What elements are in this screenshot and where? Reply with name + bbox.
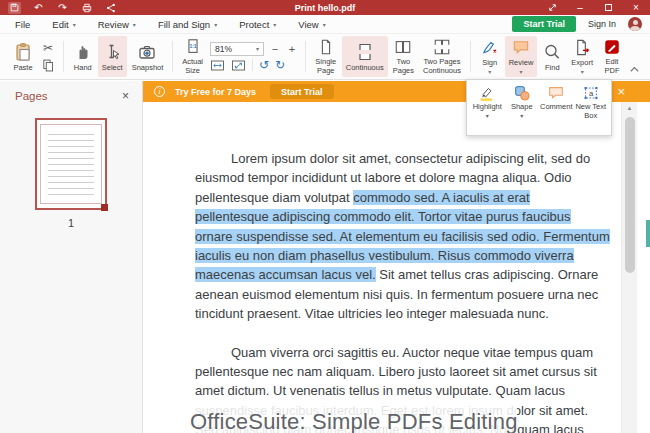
hand-tool-button[interactable]: Hand [69,36,97,77]
continuous-button[interactable]: Continuous [342,36,388,77]
review-menu-label: Comment [540,103,573,112]
resize-window-icon[interactable] [546,2,558,14]
close-banner-icon[interactable]: × [617,85,639,98]
minimize-icon[interactable]: – [574,2,586,14]
two-pages-continuous-icon [432,38,452,56]
titlebar: ↶ ↷ Print hello.pdf – × [0,0,650,15]
save-icon[interactable] [8,2,21,14]
close-sidebar-icon[interactable]: × [122,90,129,102]
text-line: aenean euismod elementum nisi quis. In f… [195,285,610,304]
vertical-scrollbar[interactable]: ▲ [621,102,637,433]
svg-text:a: a [589,89,594,98]
text-segment: aenean euismod elementum nisi quis. In f… [195,287,598,302]
info-icon: i [154,86,165,97]
chevron-down-icon: ▾ [519,68,522,75]
chevron-down-icon: ▾ [486,113,489,119]
menu-label: Review [98,19,129,30]
review-menu-shape[interactable]: Shape▾ [505,84,540,133]
snapshot-button[interactable]: Snapshot [128,36,168,77]
two-pages-continuous-button[interactable]: Two Pages Continuous [419,36,465,77]
fit-page-icon[interactable] [231,59,246,72]
find-button[interactable]: Find [538,36,566,77]
menu-fill-and-sign[interactable]: Fill and Sign▾ [147,15,228,33]
review-menu-label: Highlight [473,103,502,112]
edit-pdf-button[interactable]: Edit PDF [598,36,626,77]
svg-text:1:1: 1:1 [189,44,196,49]
text-segment: Quam viverra orci sagittis eu. Auctor ne… [231,345,593,360]
text-segment: pellentesque nec nam aliquam. Libero jus… [195,364,597,379]
chevron-down-icon: ▾ [133,21,136,28]
review-button[interactable]: Review ▾ [505,36,538,77]
rotate-left-icon[interactable]: ↺ [259,59,269,71]
single-page-icon [316,38,336,56]
zoom-out-button[interactable]: − [269,43,281,55]
redo-icon[interactable]: ↷ [56,2,69,14]
actual-size-button[interactable]: 1:1 Actual Size [178,36,207,77]
text-segment: tincidunt praesent. Vitae ultricies leo … [195,306,549,321]
page-number-label: 1 [0,217,142,229]
hand-icon [73,42,93,62]
app-window: ↶ ↷ Print hello.pdf – × FileEdit▾Review▾… [0,0,650,433]
text-segment: Sit amet tellus cras adipiscing. Ornare [376,267,599,282]
review-menu-comment[interactable]: Comment [539,84,574,133]
menu-view[interactable]: View▾ [287,15,336,33]
clipboard-icon [13,42,33,62]
selected-text: ornare suspendisse sed. At elementum eu … [195,229,610,244]
menu-file[interactable]: File [4,15,41,33]
close-icon[interactable]: × [630,2,642,14]
review-menu-new-text-box[interactable]: aNew Text Box [574,84,609,133]
text-line: eiusmod tempor incididunt ut labore et d… [195,168,610,187]
paste-button[interactable]: Paste [9,36,37,77]
sign-pen-icon [480,38,500,57]
menu-edit[interactable]: Edit▾ [41,15,86,33]
chevron-down-icon: ▾ [520,113,523,119]
maximize-icon[interactable] [602,2,614,14]
banner-start-trial-button[interactable]: Start Trial [270,84,334,99]
menu-list: FileEdit▾Review▾Fill and Sign▾Protect▾Vi… [4,15,337,33]
actual-size-icon: 1:1 [183,38,203,56]
select-icon [102,42,122,62]
undo-icon[interactable]: ↶ [32,2,45,14]
scrollbar-thumb[interactable] [625,117,635,273]
menu-protect[interactable]: Protect▾ [228,15,287,33]
rotate-right-icon[interactable]: ↻ [275,59,285,71]
cut-icon[interactable]: ✂ [39,40,57,56]
text-segment: Lorem ipsum dolor sit amet, consectetur … [231,151,590,166]
page-thumbnail[interactable] [35,118,107,210]
page-thumbnail-preview [40,124,102,204]
share-icon[interactable] [104,2,117,14]
start-trial-button[interactable]: Start Trial [512,16,576,32]
camera-icon [137,42,157,62]
collapse-toolbar-icon[interactable] [629,36,646,77]
toolbar: Paste ✂ Hand Select Snapshot [0,34,650,80]
sign-button[interactable]: Sign ▾ [476,36,504,77]
export-button[interactable]: Export ▾ [567,36,597,77]
review-menu-label: Shape [511,103,533,112]
pages-sidebar: Pages × 1 [0,81,143,433]
chevron-down-icon: ▾ [323,21,326,28]
sign-in-button[interactable]: Sign In [588,19,616,29]
scroll-up-icon[interactable]: ▲ [622,102,637,111]
avatar[interactable] [628,17,642,31]
zoom-in-button[interactable]: + [286,43,298,55]
menu-label: View [298,19,318,30]
fit-width-icon[interactable] [210,59,225,72]
selected-text: iaculis eu non diam phasellus vestibulum… [195,248,574,263]
text-line: tincidunt praesent. Vitae ultricies leo … [195,304,610,323]
shape-icon [513,84,531,102]
two-pages-icon [393,38,413,56]
chevron-down-icon: ▾ [214,21,217,28]
two-pages-button[interactable]: Two Pages [389,36,418,77]
print-icon[interactable] [80,2,93,14]
zoom-level-dropdown[interactable]: 81% ▾ [210,42,264,56]
text-segment: amet dictum. Ut venenatis tellus in metu… [195,383,565,398]
document-text[interactable]: Lorem ipsum dolor sit amet, consectetur … [195,149,610,433]
select-tool-button[interactable]: Select [98,36,127,77]
single-page-button[interactable]: Single Page [311,36,341,77]
copy-icon[interactable] [39,57,57,73]
review-menu-highlight[interactable]: Highlight▾ [470,84,505,133]
selected-text: commodo sed. A iaculis at erat [353,190,529,205]
chevron-down-icon: ▾ [73,21,76,28]
trial-message: Try Free for 7 Days [175,87,256,97]
menu-review[interactable]: Review▾ [87,15,147,33]
